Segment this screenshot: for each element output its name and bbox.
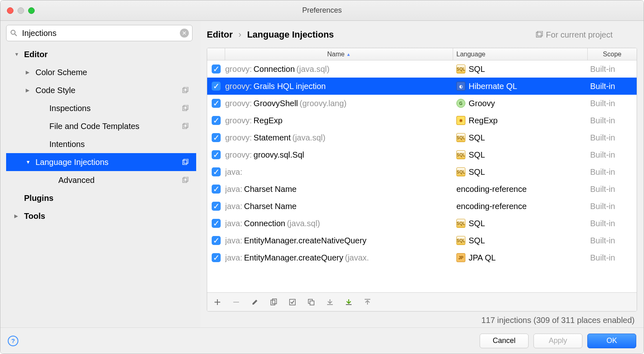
project-scope-icon <box>182 105 189 111</box>
enabled-checkbox[interactable]: ✓ <box>207 202 225 211</box>
zoom-icon[interactable] <box>28 7 35 14</box>
sidebar-item-editor[interactable]: ▼Editor <box>6 45 196 63</box>
breadcrumb-root[interactable]: Editor <box>207 29 233 40</box>
sql-icon: SQL <box>456 167 465 176</box>
cancel-button[interactable]: Cancel <box>480 334 529 348</box>
sql-icon: SQL <box>456 236 465 245</box>
breadcrumb: Editor › Language Injections For current… <box>207 26 637 44</box>
table-row[interactable]: ✓java:SQLSQLBuilt-in <box>207 163 637 180</box>
svg-rect-2 <box>183 88 187 93</box>
language-cell: SQLSQL <box>453 150 588 160</box>
table-row[interactable]: ✓groovy: Connection (java.sql)SQLSQLBuil… <box>207 60 637 78</box>
sidebar-item-code-style[interactable]: ▶Code Style <box>6 81 196 99</box>
enabled-checkbox[interactable]: ✓ <box>207 253 225 262</box>
sidebar-item-file-and-code-templates[interactable]: File and Code Templates <box>6 117 196 135</box>
sidebar-item-inspections[interactable]: Inspections <box>6 99 196 117</box>
window-controls <box>7 7 35 14</box>
footer: ? Cancel Apply OK <box>0 327 644 354</box>
apply-button[interactable]: Apply <box>533 334 582 348</box>
injection-name: java: EntityManager.createQuery (javax. <box>225 253 453 263</box>
sidebar-item-language-injections[interactable]: ▼Language Injections <box>6 153 196 171</box>
table-row[interactable]: ✓groovy: GroovyShell (groovy.lang)GGroov… <box>207 95 637 112</box>
sidebar-item-label: File and Code Templates <box>49 122 196 131</box>
enabled-checkbox[interactable]: ✓ <box>207 150 225 159</box>
svg-rect-13 <box>538 31 542 36</box>
sidebar-item-tools[interactable]: ▶Tools <box>6 207 196 225</box>
language-cell: SQLSQL <box>453 219 588 228</box>
svg-rect-3 <box>184 87 188 91</box>
col-enabled[interactable] <box>207 48 225 60</box>
svg-rect-6 <box>183 124 187 129</box>
sidebar-item-advanced[interactable]: Advanced <box>6 171 196 189</box>
export-button[interactable] <box>363 298 372 307</box>
remove-button[interactable] <box>232 298 241 307</box>
sidebar-item-label: Editor <box>24 50 196 59</box>
project-icon <box>536 31 543 38</box>
table-row[interactable]: ✓java: Connection (java.sql)SQLSQLBuilt-… <box>207 215 637 232</box>
injection-name: groovy: Connection (java.sql) <box>225 65 453 74</box>
injection-name: groovy: RegExp <box>225 116 453 125</box>
enabled-checkbox[interactable]: ✓ <box>207 167 225 176</box>
project-scope-icon <box>182 87 189 94</box>
copy-button[interactable] <box>269 298 278 307</box>
col-scope[interactable]: Scope <box>588 48 637 60</box>
regex-icon: ✱ <box>456 116 465 125</box>
svg-rect-5 <box>184 105 188 109</box>
enabled-checkbox[interactable]: ✓ <box>207 219 225 228</box>
download-button[interactable] <box>344 298 353 307</box>
col-language[interactable]: Language <box>453 48 588 60</box>
sidebar-item-label: Advanced <box>58 176 196 185</box>
injection-name: java: Charset Name <box>225 185 453 194</box>
enable-button[interactable] <box>288 298 297 307</box>
edit-button[interactable] <box>250 298 259 307</box>
minimize-icon[interactable] <box>18 7 24 14</box>
injection-name: java: <box>225 167 453 177</box>
enabled-checkbox[interactable]: ✓ <box>207 65 225 73</box>
preferences-window: Preferences ✕ ▼Editor▶Color Scheme▶Code … <box>0 0 644 354</box>
svg-rect-10 <box>183 178 187 183</box>
enabled-checkbox[interactable]: ✓ <box>207 82 225 91</box>
enabled-checkbox[interactable]: ✓ <box>207 185 225 194</box>
svg-rect-18 <box>272 299 277 304</box>
sidebar-item-intentions[interactable]: Intentions <box>6 135 196 153</box>
help-button[interactable]: ? <box>8 336 18 346</box>
enabled-checkbox[interactable]: ✓ <box>207 99 225 108</box>
search-input[interactable] <box>6 25 193 41</box>
sidebar-item-plugins[interactable]: Plugins <box>6 189 196 207</box>
scope-cell: Built-in <box>588 150 637 160</box>
sidebar-item-color-scheme[interactable]: ▶Color Scheme <box>6 63 196 81</box>
enabled-checkbox[interactable]: ✓ <box>207 236 225 245</box>
ok-button[interactable]: OK <box>587 334 636 348</box>
main-panel: Editor › Language Injections For current… <box>200 21 644 327</box>
duplicate-button[interactable] <box>307 298 316 307</box>
scope-cell: Built-in <box>588 202 637 211</box>
enabled-checkbox[interactable]: ✓ <box>207 133 225 142</box>
table-row[interactable]: ✓java: EntityManager.createNativeQuerySQ… <box>207 232 637 249</box>
enabled-checkbox[interactable]: ✓ <box>207 116 225 125</box>
titlebar: Preferences <box>0 0 644 21</box>
table-row[interactable]: ✓java: Charset Nameencoding-referenceBui… <box>207 180 637 198</box>
search-wrap: ✕ <box>6 25 196 41</box>
scope-cell: Built-in <box>588 99 637 108</box>
table-row[interactable]: ✓java: Charset Nameencoding-referenceBui… <box>207 198 637 215</box>
disclosure-icon: ▼ <box>26 159 33 165</box>
sidebar: ✕ ▼Editor▶Color Scheme▶Code StyleInspect… <box>0 21 200 327</box>
table-row[interactable]: ✓groovy: groovy.sql.SqlSQLSQLBuilt-in <box>207 146 637 163</box>
groovy-icon: G <box>456 99 465 108</box>
svg-rect-17 <box>271 300 275 305</box>
table-row[interactable]: ✓groovy: RegExp✱RegExpBuilt-in <box>207 112 637 129</box>
svg-rect-11 <box>184 177 188 181</box>
scope-cell: Built-in <box>588 185 637 194</box>
add-button[interactable] <box>213 298 222 307</box>
disclosure-icon: ▶ <box>26 69 33 75</box>
language-cell: encoding-reference <box>453 202 588 211</box>
table-row[interactable]: ✓java: EntityManager.createQuery (javax.… <box>207 249 637 266</box>
table-row[interactable]: ✓groovy: Statement (java.sql)SQLSQLBuilt… <box>207 129 637 146</box>
import-button[interactable] <box>325 298 334 307</box>
clear-search-icon[interactable]: ✕ <box>180 29 189 38</box>
status-text: 117 injections (309 of 311 places enable… <box>207 312 637 327</box>
table-row[interactable]: ✓groovy: Grails HQL injection◐Hibernate … <box>207 78 637 95</box>
col-name[interactable]: Name▲ <box>225 48 453 60</box>
close-icon[interactable] <box>7 7 13 14</box>
svg-point-0 <box>11 30 15 34</box>
